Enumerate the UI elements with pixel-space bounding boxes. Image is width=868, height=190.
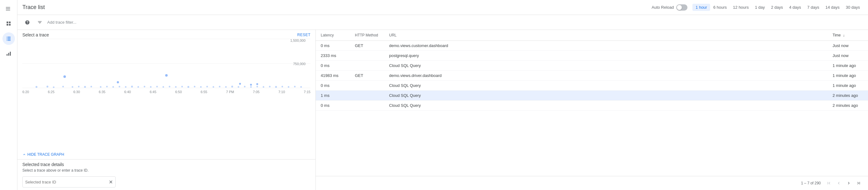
svg-rect-0 [6, 7, 10, 8]
latency-cell: 2333 ms [316, 51, 350, 61]
menu-icon[interactable] [2, 2, 15, 15]
reset-button[interactable]: RESET [297, 33, 310, 37]
help-icon[interactable] [22, 18, 32, 27]
content: Add trace filter... Select a trace RESET… [18, 15, 868, 190]
time-btn-30days[interactable]: 30 days [842, 4, 863, 11]
svg-point-45 [200, 86, 202, 88]
time-btn-1day[interactable]: 1 day [752, 4, 768, 11]
filter-icon[interactable] [35, 18, 45, 27]
pagination-prev-button[interactable] [834, 179, 843, 188]
x-label-635: 6:35 [99, 90, 105, 94]
add-filter-text[interactable]: Add trace filter... [47, 20, 76, 25]
method-cell [350, 81, 384, 91]
sidebar [0, 0, 18, 190]
time-btn-12hours[interactable]: 12 hours [730, 4, 752, 11]
time-cell: 1 minute ago [828, 71, 868, 81]
pagination-first-button[interactable] [825, 179, 833, 188]
split-pane: Select a trace RESET 1,500,000 750,000 [18, 30, 868, 190]
time-btn-6hours[interactable]: 6 hours [710, 4, 730, 11]
svg-point-49 [225, 86, 226, 88]
method-cell [350, 101, 384, 111]
trace-details-subtitle: Select a trace above or enter a trace ID… [22, 168, 310, 172]
x-label-630: 6:30 [73, 90, 80, 94]
svg-rect-4 [9, 22, 10, 23]
time-btn-7days[interactable]: 7 days [804, 4, 822, 11]
svg-point-54 [256, 86, 258, 87]
time-cell: Just now [828, 41, 868, 51]
svg-point-46 [206, 86, 208, 87]
pagination-last-button[interactable] [854, 179, 863, 188]
svg-point-41 [175, 86, 177, 88]
svg-point-30 [106, 86, 108, 87]
trace-id-input[interactable] [25, 180, 109, 184]
table-header-row: Latency HTTP Method URL Time [316, 30, 868, 41]
svg-rect-7 [6, 37, 7, 37]
time-cell: 1 minute ago [828, 61, 868, 71]
time-btn-14days[interactable]: 14 days [822, 4, 843, 11]
table-row[interactable]: 0 msGETdemo.views.customer.dashboardJust… [316, 41, 868, 51]
svg-rect-12 [7, 39, 10, 40]
svg-point-37 [150, 86, 152, 88]
svg-point-58 [282, 86, 283, 87]
table-row[interactable]: 41983 msGETdemo.views.driver.dashboard1 … [316, 71, 868, 81]
list-icon[interactable] [2, 32, 15, 45]
table-row[interactable]: 0 msCloud SQL Query2 minutes ago [316, 101, 868, 111]
table-row[interactable]: 0 msCloud SQL Query1 minute ago [316, 81, 868, 91]
svg-point-44 [194, 86, 195, 87]
svg-rect-13 [6, 40, 7, 41]
auto-reload-label: Auto Reload [652, 5, 674, 10]
svg-point-21 [35, 86, 37, 88]
x-label-7pm: 7 PM [226, 90, 234, 94]
pagination: 1 – 7 of 290 [316, 176, 868, 190]
right-panel: Latency HTTP Method URL Time [316, 30, 868, 190]
svg-point-27 [84, 86, 86, 88]
svg-point-24 [62, 86, 64, 87]
latency-cell: 41983 ms [316, 71, 350, 81]
trace-id-input-container: ✕ [22, 176, 116, 188]
url-cell: Cloud SQL Query [384, 91, 828, 101]
svg-point-26 [78, 86, 80, 87]
page-title: Trace list [22, 4, 45, 10]
svg-point-66 [250, 84, 252, 86]
main-content: Trace list Auto Reload 1 hour 6 hours 12… [18, 0, 868, 190]
col-latency: Latency [316, 30, 350, 41]
svg-point-61 [300, 86, 302, 88]
x-label-620: 6:20 [22, 90, 29, 94]
time-btn-4days[interactable]: 4 days [786, 4, 804, 11]
svg-point-55 [262, 86, 264, 88]
svg-point-48 [219, 86, 220, 87]
svg-rect-10 [7, 38, 10, 38]
chart-icon[interactable] [2, 47, 15, 60]
svg-rect-9 [6, 38, 7, 38]
latency-cell: 0 ms [316, 41, 350, 51]
svg-rect-1 [6, 8, 10, 9]
svg-point-38 [156, 86, 158, 87]
method-cell: GET [350, 41, 384, 51]
table-row[interactable]: 0 msCloud SQL Query1 minute ago [316, 61, 868, 71]
x-label-655: 6:55 [201, 90, 207, 94]
latency-cell: 1 ms [316, 91, 350, 101]
hide-trace-graph-button[interactable]: HIDE TRACE GRAPH [18, 151, 315, 159]
trace-chart[interactable] [22, 38, 310, 88]
sort-descending-icon: ↓ [843, 33, 845, 37]
dashboard-icon[interactable] [2, 18, 15, 30]
time-btn-2days[interactable]: 2 days [768, 4, 786, 11]
time-btn-1hour[interactable]: 1 hour [692, 4, 710, 11]
filter-bar: Add trace filter... [18, 15, 868, 30]
clear-trace-id-button[interactable]: ✕ [109, 179, 113, 185]
svg-rect-8 [7, 37, 10, 37]
x-label-715: 7:15 [304, 90, 310, 94]
trace-details-title: Selected trace details [22, 162, 310, 167]
table-row[interactable]: 1 msCloud SQL Query2 minutes ago [316, 91, 868, 101]
svg-point-65 [239, 83, 241, 85]
header-right: Auto Reload 1 hour 6 hours 12 hours 1 da… [652, 4, 863, 11]
auto-reload-toggle[interactable] [676, 4, 687, 10]
svg-point-35 [137, 86, 139, 88]
svg-rect-2 [6, 10, 10, 10]
time-cell: 2 minutes ago [828, 101, 868, 111]
table-row[interactable]: 2333 mspostgresql.queryJust now [316, 51, 868, 61]
col-time[interactable]: Time ↓ [828, 30, 868, 41]
svg-point-42 [181, 86, 183, 87]
svg-point-47 [213, 86, 214, 88]
pagination-next-button[interactable] [844, 179, 853, 188]
